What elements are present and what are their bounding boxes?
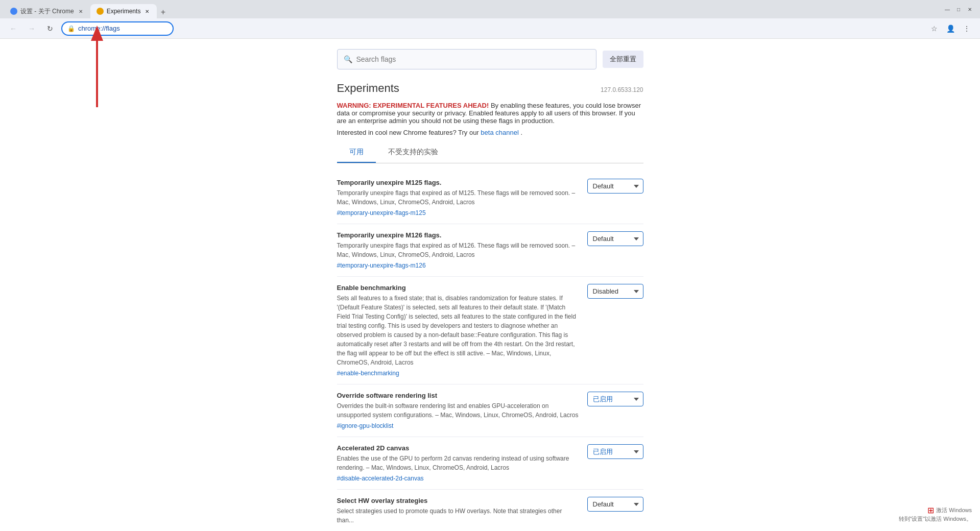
flag-item-m126: Temporarily unexpire M126 flags. Tempora… (337, 224, 643, 277)
page-content: 🔍 全部重置 Experiments 127.0.6533.120 WARNIN… (0, 39, 980, 531)
flag-info-m125: Temporarily unexpire M125 flags. Tempora… (337, 179, 579, 216)
flag-title-hw-overlay: Select HW overlay strategies (337, 497, 579, 504)
search-bar-section: 🔍 全部重置 (337, 49, 643, 69)
flag-info-hw-overlay: Select HW overlay strategies Select stra… (337, 497, 579, 527)
flag-item-hw-overlay: Select HW overlay strategies Select stra… (337, 490, 643, 531)
title-bar: 设置 - 关于 Chrome ✕ Experiments ✕ + — □ ✕ (0, 0, 980, 18)
version-text: 127.0.6533.120 (399, 86, 643, 93)
nav-bar: ← → ↻ 🔒 ☆ 👤 ⋮ (0, 18, 980, 39)
minimize-button[interactable]: — (943, 5, 951, 13)
search-icon: 🔍 (344, 55, 352, 63)
beta-channel-link[interactable]: beta channel (481, 129, 518, 136)
flag-desc-m126: Temporarily unexpire flags that expired … (337, 241, 579, 259)
flag-info-m126: Temporarily unexpire M126 flags. Tempora… (337, 231, 579, 269)
address-input[interactable] (78, 25, 168, 32)
flag-info-gpu: Override software rendering list Overrid… (337, 392, 579, 429)
flag-info-benchmarking: Enable benchmarking Sets all features to… (337, 284, 579, 377)
profile-button[interactable]: 👤 (943, 21, 958, 36)
close-button[interactable]: ✕ (966, 5, 974, 13)
flag-control-m125[interactable]: Default Enabled Disabled (587, 179, 643, 194)
menu-button[interactable]: ⋮ (960, 21, 974, 36)
beta-intro-text: Interested in cool new Chrome features? … (337, 129, 481, 136)
flag-title-benchmarking: Enable benchmarking (337, 284, 579, 292)
flag-desc-m125: Temporarily unexpire flags that expired … (337, 188, 579, 207)
address-bar-icon: 🔒 (67, 25, 75, 32)
flags-main-container: Experiments 127.0.6533.120 WARNING: EXPE… (337, 82, 643, 531)
flag-control-2d-canvas[interactable]: Default 已启用 Disabled (587, 444, 643, 459)
experiments-tab-icon (97, 8, 104, 15)
flag-control-m126[interactable]: Default Enabled Disabled (587, 231, 643, 246)
flag-title-m125: Temporarily unexpire M125 flags. (337, 179, 579, 186)
flag-desc-2d-canvas: Enables the use of the GPU to perform 2d… (337, 454, 579, 472)
flag-desc-gpu: Overrides the built-in software renderin… (337, 401, 579, 420)
search-input[interactable] (356, 55, 590, 63)
warning-bold-text: WARNING: EXPERIMENTAL FEATURES AHEAD! (337, 102, 489, 109)
bookmark-button[interactable]: ☆ (927, 21, 941, 36)
page-title: Experiments (337, 82, 399, 95)
experiments-tab-close[interactable]: ✕ (144, 8, 151, 15)
address-bar[interactable]: 🔒 (61, 21, 174, 36)
settings-tab-label: 设置 - 关于 Chrome (20, 7, 74, 16)
flag-title-m126: Temporarily unexpire M126 flags. (337, 231, 579, 239)
flag-item-benchmarking: Enable benchmarking Sets all features to… (337, 277, 643, 384)
settings-tab-close[interactable]: ✕ (77, 8, 84, 15)
nav-right-buttons: ☆ 👤 ⋮ (927, 21, 974, 36)
beta-after-text: . (520, 129, 522, 136)
tab-unavailable[interactable]: 不受支持的实验 (376, 142, 450, 163)
search-input-wrapper[interactable]: 🔍 (337, 49, 596, 69)
reset-all-button[interactable]: 全部重置 (603, 51, 643, 68)
flag-tabs-row: 可用 不受支持的实验 (337, 142, 643, 163)
flag-link-m126[interactable]: #temporary-unexpire-flags-m126 (337, 262, 426, 269)
flag-link-benchmarking[interactable]: #enable-benchmarking (337, 370, 399, 377)
flag-select-m125[interactable]: Default Enabled Disabled (587, 179, 643, 194)
flag-link-gpu[interactable]: #ignore-gpu-blocklist (337, 422, 394, 429)
new-tab-button[interactable]: + (157, 6, 169, 18)
flag-desc-hw-overlay: Select strategies used to promote quads … (337, 506, 579, 525)
tabs-container: 设置 - 关于 Chrome ✕ Experiments ✕ + (4, 0, 169, 18)
flag-control-hw-overlay[interactable]: Default Enabled Disabled (587, 497, 643, 512)
settings-tab-icon (10, 8, 17, 15)
window-controls: — □ ✕ (943, 5, 974, 13)
flag-select-gpu[interactable]: Default 已启用 Disabled (587, 392, 643, 406)
flag-item-2d-canvas: Accelerated 2D canvas Enables the use of… (337, 437, 643, 490)
flag-control-gpu[interactable]: Default 已启用 Disabled (587, 392, 643, 406)
flag-title-2d-canvas: Accelerated 2D canvas (337, 444, 579, 452)
flag-link-m125[interactable]: #temporary-unexpire-flags-m125 (337, 209, 426, 216)
flag-info-2d-canvas: Accelerated 2D canvas Enables the use of… (337, 444, 579, 482)
flag-desc-benchmarking: Sets all features to a fixed state; that… (337, 294, 579, 367)
flag-select-m126[interactable]: Default Enabled Disabled (587, 231, 643, 246)
flag-select-2d-canvas[interactable]: Default 已启用 Disabled (587, 444, 643, 459)
flag-control-benchmarking[interactable]: Default Enabled Disabled (587, 284, 643, 299)
tab-experiments[interactable]: Experiments ✕ (90, 4, 157, 18)
tab-settings[interactable]: 设置 - 关于 Chrome ✕ (4, 4, 90, 18)
flag-link-2d-canvas[interactable]: #disable-accelerated-2d-canvas (337, 475, 424, 482)
flag-title-gpu: Override software rendering list (337, 392, 579, 399)
flag-item-gpu: Override software rendering list Overrid… (337, 384, 643, 437)
flag-select-hw-overlay[interactable]: Default Enabled Disabled (587, 497, 643, 512)
back-button[interactable]: ← (6, 21, 20, 36)
forward-button[interactable]: → (25, 21, 39, 36)
reload-button[interactable]: ↻ (43, 21, 57, 36)
experiments-tab-label: Experiments (107, 8, 141, 15)
flag-select-benchmarking[interactable]: Default Enabled Disabled (587, 284, 643, 299)
warning-section: WARNING: EXPERIMENTAL FEATURES AHEAD! By… (337, 102, 643, 136)
tab-available[interactable]: 可用 (337, 142, 376, 163)
flag-item-m125: Temporarily unexpire M125 flags. Tempora… (337, 172, 643, 224)
maximize-button[interactable]: □ (954, 5, 963, 13)
